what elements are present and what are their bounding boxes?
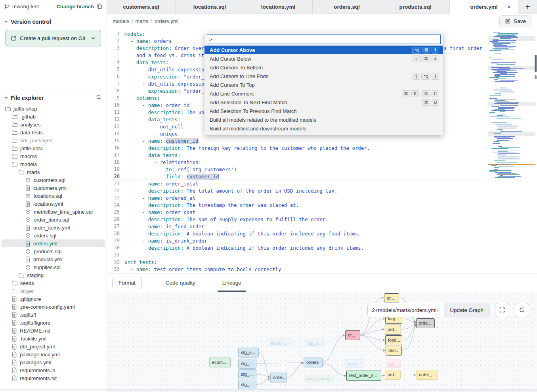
lineage-node[interactable]: order_... — [416, 370, 438, 380]
scrollbar-thumb[interactable] — [535, 55, 537, 72]
file-tree-item[interactable]: jaffle-shop — [2, 105, 105, 113]
new-tab-button[interactable]: + — [518, 0, 537, 13]
lineage-node[interactable]: orde... — [416, 318, 435, 328]
code-line[interactable]: 33 - name: test_order_items_compute_to_b… — [107, 266, 487, 273]
file-tree-item[interactable]: products.yml — [2, 255, 105, 263]
code-line[interactable]: 32unit_tests: — [107, 258, 487, 266]
lineage-node[interactable]: orde... — [270, 373, 287, 382]
file-tree-item[interactable]: customers.yml — [2, 184, 105, 192]
file-tree-item[interactable]: requirements.in — [2, 366, 105, 374]
fullscreen-icon[interactable] — [495, 303, 509, 317]
lineage-node[interactable]: or... — [345, 330, 360, 340]
minimap[interactable] — [489, 30, 534, 208]
file-tree-item[interactable]: dbt_packages — [2, 136, 105, 144]
lineage-node[interactable]: test_order_it... — [346, 371, 381, 381]
lineage-node[interactable]: ord... — [385, 370, 401, 380]
panel-tab-code-quality[interactable]: Code quality — [161, 274, 200, 292]
lineage-node[interactable]: orders — [304, 358, 323, 367]
tab-locations.yml[interactable]: locations.yml — [244, 0, 313, 13]
file-tree-item[interactable]: .pre-commit-config.yaml — [2, 303, 105, 311]
code-line[interactable]: 29 - name: is_drink_order — [107, 237, 487, 244]
tab-orders.sql[interactable]: orders.sql — [313, 0, 381, 13]
lineage-node[interactable]: stg_... — [238, 380, 256, 389]
breadcrumb-item[interactable]: marts — [136, 18, 149, 24]
code-line[interactable]: 16 description: The foreign key relating… — [107, 144, 487, 151]
file-tree-item[interactable]: orders.sql — [2, 231, 105, 239]
code-line[interactable]: 25 - name: order_cost — [107, 208, 487, 216]
command-item[interactable]: Add Cursors to Line Ends⇧⌥I — [204, 72, 443, 80]
file-tree-item[interactable]: .gitignore — [2, 295, 105, 303]
code-line[interactable]: 30 description: A boolean indicating if … — [107, 244, 487, 251]
file-tree-item[interactable]: package-lock.yml — [2, 350, 105, 358]
file-tree-item[interactable]: .github — [2, 113, 105, 120]
file-tree-item[interactable]: packages.yml — [2, 358, 105, 366]
command-item[interactable]: Add Cursor Above⌥⌘↑ — [204, 46, 443, 54]
file-tree-item[interactable]: locations.yml — [2, 200, 105, 208]
command-item[interactable]: Build all modified and downstream models — [204, 124, 443, 133]
file-tree-item[interactable]: target — [2, 287, 105, 295]
tab-orders.yml[interactable]: orders.yml× — [450, 0, 518, 14]
file-tree-item[interactable]: dbt_project.yml — [2, 342, 105, 350]
code-line[interactable]: 20 field: customer_id — [107, 173, 487, 180]
breadcrumb-item[interactable]: models — [113, 18, 129, 24]
code-line[interactable]: 18 - relationships: — [107, 159, 487, 166]
tab-products.sql[interactable]: products.sql — [381, 0, 450, 13]
code-line[interactable]: 28 description: A boolean indicating if … — [107, 230, 487, 237]
code-line[interactable]: 19 to: ref('stg_customers') — [107, 166, 487, 173]
command-item[interactable]: Add Selection To Previous Find Match — [204, 107, 443, 115]
code-line[interactable]: 31 — [107, 251, 487, 258]
code-line[interactable]: 23 - name: ordered_at — [107, 194, 487, 201]
file-tree-item[interactable]: .sqlfluff — [2, 311, 105, 319]
format-button[interactable]: Format — [112, 277, 142, 289]
lineage-node[interactable]: stg_... — [238, 369, 256, 379]
breadcrumb-item[interactable]: orders.yml — [155, 18, 179, 24]
file-tree-item[interactable]: jaffle-data — [2, 144, 105, 152]
file-tree-item[interactable]: marts — [2, 168, 105, 176]
lineage-node[interactable]: ord... — [385, 325, 401, 335]
file-tree-item[interactable]: data-tests — [2, 128, 105, 136]
lineage-node[interactable]: ecom.... — [209, 358, 231, 367]
save-button[interactable]: Save — [499, 15, 531, 27]
tab-locations.sql[interactable]: locations.sql — [176, 0, 244, 13]
lineage-node[interactable]: ecom.r... — [268, 338, 293, 347]
tab-customers.sql[interactable]: customers.sql — [107, 0, 176, 13]
file-tree-item[interactable]: seeds — [2, 279, 105, 287]
command-palette-input[interactable]: > — [207, 34, 441, 44]
code-line[interactable]: 26 description: The sum of supply expens… — [107, 216, 487, 223]
file-tree-item[interactable]: locations.sql — [2, 192, 105, 200]
lineage-node[interactable]: or... — [384, 293, 399, 302]
editor-scrollbar[interactable] — [534, 29, 537, 273]
file-tree-item[interactable]: orders.yml — [2, 239, 105, 247]
file-tree-item[interactable]: customers.sql — [2, 176, 105, 184]
file-tree-item[interactable]: order_items.sql — [2, 216, 105, 224]
command-item[interactable]: Add Selection To Next Find Match⌘D — [204, 98, 443, 107]
file-tree-item[interactable]: models — [2, 160, 105, 168]
search-icon[interactable] — [96, 94, 102, 101]
lineage-node[interactable]: food... — [385, 335, 402, 345]
lineage-node[interactable]: stg_... — [238, 359, 256, 369]
file-tree-item[interactable]: .sqlfluffignore — [2, 319, 105, 327]
lineage-node[interactable]: cust... — [345, 359, 364, 368]
version-control-header[interactable]: Version control — [0, 13, 107, 28]
code-line[interactable]: 27 - name: is_food_order — [107, 223, 487, 230]
file-tree-item[interactable]: staging — [2, 271, 105, 279]
update-graph-button[interactable]: Update Graph — [444, 303, 489, 317]
close-icon[interactable]: × — [507, 3, 511, 10]
file-tree-item[interactable]: analyses — [2, 120, 105, 128]
code-line[interactable]: 17 data_tests: — [107, 151, 487, 159]
command-item[interactable]: Build all models related to the modified… — [204, 115, 443, 124]
file-tree-item[interactable]: products.sql — [2, 247, 105, 255]
sidebar-resize-handle[interactable] — [0, 389, 107, 392]
lineage-node[interactable]: test_supply... — [305, 374, 335, 382]
file-tree-item[interactable]: supplies.sql — [2, 263, 105, 271]
file-tree-item[interactable]: requirements.txt — [2, 374, 105, 382]
create-pr-dropdown[interactable] — [85, 30, 101, 46]
lineage-canvas[interactable]: ecom....stg_o...stg_...stg_...stg_...ord… — [107, 292, 537, 389]
lineage-node[interactable]: drin... — [386, 346, 402, 356]
file-explorer-header[interactable]: File explorer — [0, 90, 107, 104]
command-item[interactable]: Add Cursor Below⌥⌘↓ — [204, 54, 443, 63]
command-item[interactable]: Add Cursors To Top — [204, 80, 443, 89]
copy-icon[interactable] — [96, 3, 103, 10]
file-tree-item[interactable]: Taskfile.yml — [2, 335, 105, 342]
change-branch-link[interactable]: Change branch — [56, 4, 94, 10]
